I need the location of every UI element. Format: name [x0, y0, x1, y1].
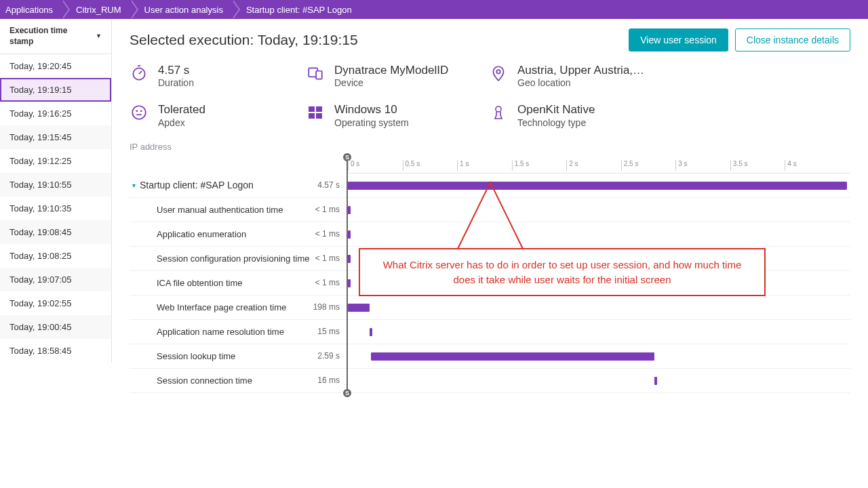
breadcrumb-user-action-analysis[interactable]: User action analysis	[131, 0, 233, 19]
windows-icon	[306, 103, 325, 122]
waterfall-row: Session configuration provisioning time<…	[130, 247, 347, 271]
info-value: 4.57 s	[158, 64, 194, 77]
tech-icon	[489, 103, 508, 122]
info-label: Device	[334, 77, 448, 88]
execution-list-item[interactable]: Today, 18:58:45	[0, 339, 111, 363]
waterfall-bar	[654, 377, 657, 385]
waterfall-bar-row	[348, 198, 850, 222]
svg-rect-11	[316, 113, 322, 119]
breadcrumb-applications[interactable]: Applications	[0, 0, 62, 19]
waterfall-bar-row	[348, 369, 850, 393]
waterfall-bar-row	[348, 174, 850, 198]
execution-list-item[interactable]: Today, 19:12:25	[0, 149, 111, 173]
waterfall-row-name: Session connection time	[157, 375, 252, 386]
svg-point-4	[132, 106, 146, 120]
waterfall-row-duration: 4.57 s	[317, 180, 347, 190]
waterfall-row: Web Interface page creation time198 ms	[130, 296, 347, 320]
axis-tick: 1 s	[457, 160, 469, 171]
axis-tick: 1.5 s	[512, 160, 530, 171]
info-value: Tolerated	[158, 103, 205, 117]
sidebar-header[interactable]: Execution time stamp ▼	[0, 19, 111, 54]
ip-address-label: IP address	[130, 142, 850, 152]
sidebar-header-label: Execution time stamp	[9, 26, 93, 47]
execution-list-item[interactable]: Today, 19:00:45	[0, 315, 111, 339]
waterfall-row-name: Session configuration provisioning time	[157, 253, 309, 264]
info-operating-system: Windows 10Operating system	[306, 103, 489, 127]
waterfall-row-duration: < 1 ms	[315, 253, 347, 263]
execution-list-item[interactable]: Today, 19:15:45	[0, 125, 111, 149]
axis-tick: 4 s	[785, 160, 796, 171]
execution-list-item[interactable]: Today, 19:02:55	[0, 291, 111, 315]
waterfall-row-name: Application name resolution time	[157, 327, 284, 337]
annotation-pointer-icon	[455, 180, 530, 250]
waterfall-row-duration: 15 ms	[317, 327, 347, 336]
execution-list-item[interactable]: Today, 19:10:35	[0, 197, 111, 220]
waterfall-row-name: Web Interface page creation time	[157, 302, 286, 312]
waterfall-row[interactable]: ▾Startup client: #SAP Logon4.57 s	[130, 174, 347, 198]
info-value: Windows 10	[334, 103, 409, 117]
waterfall-row: Session lookup time2.59 s	[130, 344, 347, 369]
waterfall-bar	[348, 255, 351, 263]
info-label: Technology type	[517, 117, 595, 128]
waterfall-chart: ▾Startup client: #SAP Logon4.57 sUser ma…	[130, 157, 850, 393]
breadcrumb-startup-client[interactable]: Startup client: #SAP Logon	[233, 0, 361, 19]
axis-tick: 3 s	[675, 160, 687, 171]
axis-tick: 0 s	[348, 160, 359, 171]
svg-point-6	[141, 111, 142, 112]
view-user-session-button[interactable]: View user session	[629, 28, 728, 52]
waterfall-row: User manual authentication time< 1 ms	[130, 198, 347, 222]
info-label: Geo location	[517, 77, 644, 88]
waterfall-row: Application name resolution time15 ms	[130, 320, 347, 344]
waterfall-row-name: User manual authentication time	[157, 205, 283, 215]
waterfall-bar-row	[348, 222, 850, 247]
info-apdex: ToleratedApdex	[130, 103, 306, 127]
axis-tick: 0.5 s	[403, 160, 420, 171]
execution-list-item[interactable]: Today, 19:16:25	[0, 102, 111, 125]
execution-list-item[interactable]: Today, 19:19:15	[0, 78, 111, 102]
axis-tick: 2.5 s	[621, 160, 639, 171]
info-value: Dynatrace MyModelID	[334, 64, 448, 77]
info-duration: 4.57 sDuration	[130, 64, 306, 88]
info-value: Austria, Upper Austria,…	[517, 64, 644, 77]
info-geo-location: Austria, Upper Austria,…Geo location	[489, 64, 692, 88]
geo-icon	[489, 64, 508, 83]
waterfall-row-name: Applicatio enumeration	[157, 229, 246, 239]
waterfall-bar	[371, 352, 654, 361]
waterfall-bar-row	[348, 344, 850, 369]
svg-point-12	[496, 106, 501, 112]
axis-tick: 2 s	[566, 160, 578, 171]
waterfall-row-duration: 198 ms	[313, 302, 347, 312]
execution-list-item[interactable]: Today, 19:10:55	[0, 173, 111, 197]
info-technology-type: OpenKit NativeTechnology type	[489, 103, 692, 127]
waterfall-row: Applicatio enumeration< 1 ms	[130, 222, 347, 247]
waterfall-bar	[370, 328, 372, 336]
info-label: Operating system	[334, 117, 409, 128]
waterfall-row-duration: 16 ms	[317, 375, 347, 385]
close-instance-details-button[interactable]: Close instance details	[735, 28, 850, 52]
waterfall-bar	[348, 304, 370, 312]
axis-tick: 3.5 s	[730, 160, 748, 171]
stopwatch-icon	[130, 64, 149, 83]
svg-point-5	[136, 111, 137, 112]
waterfall-row: ICA file obtention time< 1 ms	[130, 271, 347, 296]
svg-rect-9	[316, 106, 322, 112]
waterfall-row: Session connection time16 ms	[130, 369, 347, 393]
execution-list-item[interactable]: Today, 19:08:45	[0, 220, 111, 244]
info-label: Apdex	[158, 117, 205, 128]
execution-list-item[interactable]: Today, 19:08:25	[0, 244, 111, 268]
chevron-down-icon[interactable]: ▾	[132, 182, 136, 189]
waterfall-row-duration: 2.59 s	[317, 351, 347, 361]
waterfall-bar	[348, 279, 351, 287]
waterfall-row-duration: < 1 ms	[315, 205, 347, 214]
main-panel: Selected execution: Today, 19:19:15 View…	[112, 19, 868, 412]
waterfall-bar	[348, 206, 351, 214]
waterfall-row-duration: < 1 ms	[315, 278, 347, 287]
execution-list-item[interactable]: Today, 19:20:45	[0, 54, 111, 78]
svg-rect-2	[316, 71, 322, 79]
page-title: Selected execution: Today, 19:19:15	[130, 32, 358, 48]
breadcrumb-citrix-rum[interactable]: Citrix_RUM	[62, 0, 130, 19]
info-label: Duration	[158, 77, 194, 88]
svg-point-3	[496, 70, 500, 73]
start-marker-icon: S	[343, 389, 351, 397]
execution-list-item[interactable]: Today, 19:07:05	[0, 268, 111, 291]
